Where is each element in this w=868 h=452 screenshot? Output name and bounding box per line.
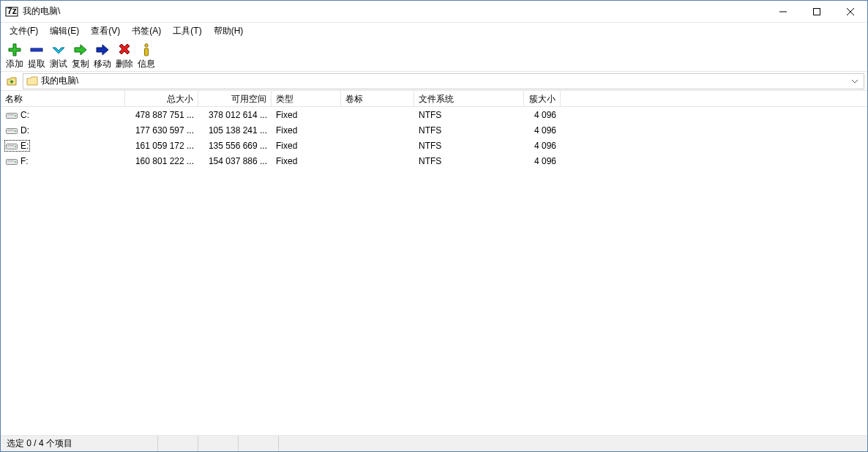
menu-file[interactable]: 文件(F) — [4, 23, 44, 39]
table-row[interactable]: F:160 801 222 ...154 037 886 ...FixedNTF… — [1, 153, 867, 168]
svg-point-7 — [145, 44, 148, 47]
test-label: 测试 — [50, 58, 67, 70]
cell-size: 177 630 597 ... — [125, 124, 198, 137]
table-row[interactable]: C:478 887 751 ...378 012 614 ...FixedNTF… — [1, 107, 867, 122]
move-label: 移动 — [94, 58, 111, 70]
status-blank-3 — [239, 436, 279, 451]
cell-name: E: — [1, 139, 125, 152]
col-header-free[interactable]: 可用空间 — [198, 91, 272, 106]
menu-tools[interactable]: 工具(T) — [167, 23, 207, 39]
app-window: 7z 我的电脑\ 文件(F) 编辑(E) 查看(V) 书签(A) 工具(T) 帮… — [0, 0, 868, 452]
svg-rect-6 — [31, 48, 42, 51]
minus-icon — [29, 42, 45, 58]
addressbar: 我的电脑\ — [1, 72, 867, 91]
svg-point-14 — [15, 130, 16, 132]
drive-name: C: — [20, 110, 29, 120]
add-label: 添加 — [6, 58, 23, 70]
copy-button[interactable]: 复制 — [70, 40, 91, 71]
minimize-button[interactable] — [766, 1, 800, 23]
drive-name: D: — [20, 125, 29, 136]
col-header-name[interactable]: 名称 — [1, 91, 125, 106]
menu-bookmark[interactable]: 书签(A) — [126, 23, 167, 39]
svg-rect-16 — [7, 145, 14, 147]
col-header-size[interactable]: 总大小 — [125, 91, 198, 106]
address-dropdown[interactable] — [849, 74, 861, 89]
col-header-label[interactable]: 卷标 — [341, 91, 414, 106]
svg-rect-8 — [145, 48, 149, 56]
cell-type: Fixed — [272, 124, 341, 137]
menu-help[interactable]: 帮助(H) — [208, 23, 250, 39]
svg-rect-3 — [814, 8, 820, 15]
cell-size: 478 887 751 ... — [125, 108, 198, 122]
delete-button[interactable]: 删除 — [113, 40, 135, 71]
cell-free: 378 012 614 ... — [198, 108, 272, 122]
copy-label: 复制 — [72, 58, 89, 70]
status-selection: 选定 0 / 4 个项目 — [1, 436, 158, 451]
app-icon: 7z — [5, 5, 18, 18]
statusbar: 选定 0 / 4 个项目 — [1, 435, 867, 451]
col-header-type[interactable]: 类型 — [272, 91, 341, 106]
cell-free: 154 037 886 ... — [198, 155, 272, 168]
status-blank-2 — [198, 436, 239, 451]
drive-icon — [6, 157, 18, 166]
drive-icon — [6, 126, 18, 135]
folder-icon — [26, 75, 38, 87]
address-field[interactable]: 我的电脑\ — [23, 73, 864, 89]
cell-label — [341, 144, 414, 147]
svg-text:7z: 7z — [7, 6, 17, 16]
table-row[interactable]: D:177 630 597 ...105 138 241 ...FixedNTF… — [1, 122, 867, 138]
menu-edit[interactable]: 编辑(E) — [44, 23, 85, 39]
cell-free: 105 138 241 ... — [198, 124, 272, 137]
extract-label: 提取 — [28, 58, 45, 70]
table-row[interactable]: E:161 059 172 ...135 556 669 ...FixedNTF… — [1, 138, 867, 153]
titlebar: 7z 我的电脑\ — [1, 1, 867, 23]
svg-rect-10 — [7, 114, 14, 116]
test-button[interactable]: 测试 — [48, 40, 70, 71]
window-title: 我的电脑\ — [23, 5, 766, 18]
svg-rect-13 — [7, 130, 14, 131]
svg-point-20 — [15, 161, 16, 163]
extract-button[interactable]: 提取 — [26, 40, 48, 71]
file-list[interactable]: 名称 总大小 可用空间 类型 卷标 文件系统 簇大小 C:478 887 751… — [1, 91, 867, 435]
cell-size: 161 059 172 ... — [125, 139, 198, 152]
x-icon — [116, 42, 132, 58]
cell-fs: NTFS — [414, 124, 524, 137]
drive-icon — [6, 141, 18, 150]
window-controls — [766, 1, 867, 23]
cell-size: 160 801 222 ... — [125, 155, 198, 168]
cell-cluster: 4 096 — [524, 124, 561, 137]
rows-container: C:478 887 751 ...378 012 614 ...FixedNTF… — [1, 107, 867, 168]
menu-view[interactable]: 查看(V) — [85, 23, 126, 39]
svg-point-17 — [15, 146, 16, 147]
drive-icon — [6, 111, 18, 119]
cell-type: Fixed — [272, 155, 341, 168]
maximize-button[interactable] — [800, 1, 834, 23]
cell-name: C: — [1, 108, 125, 122]
info-button[interactable]: 信息 — [135, 40, 157, 71]
delete-label: 删除 — [116, 58, 133, 70]
up-button[interactable] — [4, 73, 20, 89]
col-header-cluster[interactable]: 簇大小 — [524, 91, 561, 106]
arrow-right-hollow-icon — [72, 42, 89, 58]
cell-fs: NTFS — [414, 108, 524, 122]
address-text: 我的电脑\ — [41, 75, 849, 87]
status-blank-1 — [158, 436, 198, 451]
column-headers: 名称 总大小 可用空间 类型 卷标 文件系统 簇大小 — [1, 91, 867, 107]
cell-label — [341, 129, 414, 132]
move-button[interactable]: 移动 — [91, 40, 113, 71]
toolbar: 添加 提取 测试 复制 移动 — [1, 39, 867, 72]
info-icon — [138, 42, 154, 58]
cell-cluster: 4 096 — [524, 139, 561, 152]
cell-name: D: — [1, 124, 125, 137]
info-label: 信息 — [138, 58, 155, 70]
close-button[interactable] — [834, 1, 867, 23]
cell-cluster: 4 096 — [524, 108, 561, 122]
cell-free: 135 556 669 ... — [198, 139, 272, 152]
plus-icon — [7, 42, 23, 58]
col-header-fs[interactable]: 文件系统 — [414, 91, 524, 106]
menubar: 文件(F) 编辑(E) 查看(V) 书签(A) 工具(T) 帮助(H) — [1, 23, 867, 39]
cell-cluster: 4 096 — [524, 155, 561, 168]
drive-name: E: — [20, 141, 29, 151]
add-button[interactable]: 添加 — [4, 40, 26, 71]
cell-name: F: — [1, 155, 125, 168]
